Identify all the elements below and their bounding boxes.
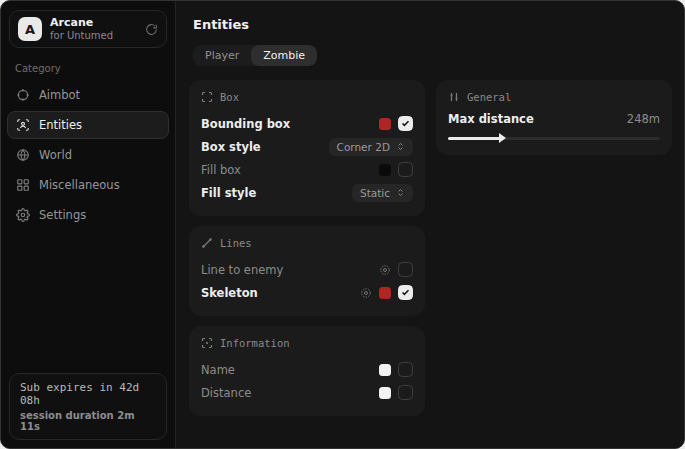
subscription-info: Sub expires in 42d 08h session duration …	[9, 373, 167, 440]
row-distance: Distance	[201, 381, 413, 404]
app-header: A Arcane for Untumed	[9, 10, 167, 48]
sliders-icon	[448, 91, 460, 103]
slider-fill	[448, 137, 501, 140]
sidebar-item-label: World	[39, 148, 72, 162]
row-fill-box: Fill box	[201, 158, 413, 181]
chevron-updown-icon	[396, 188, 405, 197]
sidebar-item-aimbot[interactable]: Aimbot	[7, 81, 169, 109]
sidebar-item-label: Settings	[39, 208, 86, 222]
scan-person-icon	[16, 118, 30, 132]
fill-box-checkbox[interactable]	[398, 162, 413, 177]
gear-icon[interactable]	[379, 264, 391, 276]
information-card: Information Name Distance	[189, 326, 425, 416]
color-swatch-red[interactable]	[379, 287, 391, 299]
row-skeleton: Skeleton	[201, 281, 413, 304]
skeleton-checkbox[interactable]	[398, 285, 413, 300]
card-title: General	[467, 91, 511, 103]
crosshair-icon	[16, 88, 30, 102]
sub-expiry-text: Sub expires in 42d 08h	[20, 381, 156, 407]
session-duration-text: session duration 2m 11s	[20, 410, 156, 432]
app-window: A Arcane for Untumed Category Aimbot Ent…	[0, 0, 685, 449]
card-title: Box	[220, 91, 239, 103]
row-fill-style: Fill style Static	[201, 181, 413, 204]
color-swatch-red[interactable]	[379, 118, 391, 130]
max-distance-slider[interactable]	[448, 133, 660, 143]
page-title: Entities	[193, 17, 672, 32]
row-bounding-box: Bounding box	[201, 112, 413, 135]
sidebar-item-entities[interactable]: Entities	[7, 111, 169, 139]
sync-icon[interactable]	[145, 23, 158, 36]
sidebar-item-label: Entities	[39, 118, 82, 132]
chevron-updown-icon	[396, 142, 405, 151]
sidebar-item-label: Aimbot	[39, 88, 80, 102]
tab-zombie[interactable]: Zombie	[251, 45, 317, 66]
app-logo: A	[18, 17, 42, 41]
sidebar-item-settings[interactable]: Settings	[7, 201, 169, 229]
gear-icon[interactable]	[360, 287, 372, 299]
max-distance-value: 248m	[627, 112, 660, 126]
color-swatch-white[interactable]	[379, 387, 391, 399]
distance-checkbox[interactable]	[398, 385, 413, 400]
row-max-distance: Max distance 248m	[448, 112, 660, 126]
line-icon	[201, 237, 213, 249]
main-panel: Entities Player Zombie Box Bounding box	[177, 1, 684, 448]
category-label: Category	[15, 63, 161, 74]
box-card: Box Bounding box Box style	[189, 80, 425, 216]
sidebar-item-world[interactable]: World	[7, 141, 169, 169]
general-card: General Max distance 248m	[436, 80, 672, 155]
focus-icon	[201, 337, 213, 349]
row-name: Name	[201, 358, 413, 381]
sidebar-item-miscellaneous[interactable]: Miscellaneous	[7, 171, 169, 199]
sidebar-item-label: Miscellaneous	[39, 178, 120, 192]
app-title: Arcane	[50, 17, 137, 30]
slider-thumb[interactable]	[499, 133, 506, 143]
line-to-enemy-checkbox[interactable]	[398, 262, 413, 277]
row-line-to-enemy: Line to enemy	[201, 258, 413, 281]
sidebar: A Arcane for Untumed Category Aimbot Ent…	[1, 1, 176, 448]
box-corners-icon	[201, 91, 213, 103]
name-checkbox[interactable]	[398, 362, 413, 377]
entity-tabs: Player Zombie	[193, 45, 317, 66]
gear-icon	[16, 208, 30, 222]
box-style-dropdown[interactable]: Corner 2D	[329, 138, 413, 156]
card-title: Information	[220, 337, 290, 349]
color-swatch-white[interactable]	[379, 364, 391, 376]
color-swatch-black[interactable]	[379, 164, 391, 176]
row-box-style: Box style Corner 2D	[201, 135, 413, 158]
card-title: Lines	[220, 237, 252, 249]
lines-card: Lines Line to enemy Skeleton	[189, 226, 425, 316]
tab-player[interactable]: Player	[193, 45, 251, 66]
bounding-box-checkbox[interactable]	[398, 116, 413, 131]
app-subtitle: for Untumed	[50, 30, 137, 42]
grid-icon	[16, 178, 30, 192]
fill-style-dropdown[interactable]: Static	[352, 184, 413, 202]
globe-icon	[16, 148, 30, 162]
